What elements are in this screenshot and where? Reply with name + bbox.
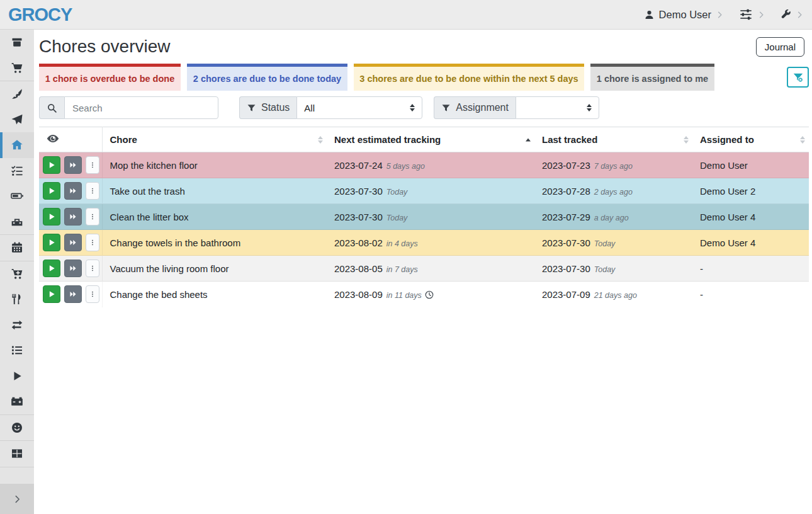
sidebar-item-smiley[interactable] [0,415,34,441]
track-chore-button[interactable] [43,234,60,251]
filter-icon [441,103,451,113]
header-last-tracked[interactable]: Last tracked [534,127,692,152]
sidebar-item-toolbox[interactable] [0,209,34,235]
chevron-right-icon [13,494,22,504]
sidebar-item-table-grid[interactable] [0,441,34,467]
last-tracked-relative: Today [594,239,616,248]
wrench-icon [781,9,791,20]
assigned-to-cell: - [692,256,809,282]
sidebar-item-boxes[interactable] [0,30,34,55]
clear-filter-button[interactable] [787,67,809,88]
skip-chore-button[interactable] [64,156,82,174]
play-icon [47,161,56,169]
sidebar-item-car-battery[interactable] [0,389,34,414]
sidebar-item-cart-plus[interactable] [0,261,34,287]
chore-row-menu-button[interactable] [86,260,99,277]
sidebar-item-tasks[interactable] [0,158,34,184]
header-next-estimated-tracking[interactable]: Next estimated tracking [327,127,534,152]
track-chore-button[interactable] [43,182,60,200]
kebab-icon [89,213,96,220]
sidebar-item-calendar[interactable] [0,235,34,261]
toolbox-icon [11,215,23,228]
paper-plane-icon [11,113,23,126]
grocy-logo: GROCY [8,4,72,25]
sort-icons [318,136,323,144]
table-row: Mop the kitchen floor2023-07-245 days ag… [39,152,809,178]
search-input[interactable] [64,96,218,119]
banner-due-today[interactable]: 2 chores are due to be done today [187,64,347,91]
chore-name-cell: Clean the litter box [102,204,327,230]
battery-icon [11,190,23,202]
row-actions-cell [39,230,102,256]
last-tracked-cell: 2023-07-237 days ago [534,152,692,178]
play-icon [47,290,56,299]
clock-icon [424,290,434,300]
assigned-to-cell: - [692,282,809,307]
track-chore-button[interactable] [43,208,60,226]
last-tracked-relative: 7 days ago [594,162,633,171]
skip-chore-button[interactable] [64,182,82,200]
assignment-filter-select[interactable] [516,96,599,119]
chore-row-menu-button[interactable] [86,182,99,200]
chore-row-menu-button[interactable] [86,234,99,251]
journal-button[interactable]: Journal [756,37,804,57]
sidebar-item-play[interactable] [0,363,34,389]
track-chore-button[interactable] [43,156,60,174]
last-tracked-date: 2023-07-30 [542,263,590,274]
row-actions-cell [39,256,102,282]
next-tracking-cell: 2023-08-05in 7 days [327,256,534,282]
sidebar-collapse-button[interactable] [0,484,34,514]
row-actions-cell [39,178,102,204]
settings-menu[interactable] [739,8,765,21]
filter-clear-icon [792,72,804,83]
next-tracking-date: 2023-07-24 [334,160,383,171]
sidebar-item-list[interactable] [0,338,34,363]
next-tracking-relative: Today [386,214,408,222]
chore-row-menu-button[interactable] [86,285,99,303]
chore-row-menu-button[interactable] [86,208,99,226]
sidebar-item-pizza[interactable] [0,81,34,107]
play-icon [47,264,56,273]
skip-chore-button[interactable] [64,260,82,277]
filter-icon [247,103,256,113]
calendar-icon [11,241,23,254]
status-filter-value: All [304,103,315,113]
fast-forward-icon [69,238,77,247]
skip-chore-button[interactable] [64,208,82,226]
status-filter-select[interactable]: All [296,96,422,119]
last-tracked-relative: Today [594,265,616,274]
sidebar-item-utensils[interactable] [0,287,34,312]
chevron-right-icon [796,11,804,19]
admin-menu[interactable] [781,9,804,20]
chore-row-menu-button[interactable] [86,156,99,174]
row-actions-cell [39,152,102,178]
last-tracked-cell: 2023-07-30Today [534,230,692,256]
header-chore[interactable]: Chore [102,127,327,152]
column-visibility-header[interactable] [39,127,102,152]
page-title: Chores overview [39,37,171,57]
sidebar-item-exchange[interactable] [0,312,34,338]
last-tracked-date: 2023-07-28 [542,186,590,197]
sort-icons [526,138,531,141]
sidebar-item-battery[interactable] [0,183,34,209]
table-row: Take out the trash2023-07-30Today2023-07… [39,178,809,204]
sidebar-item-shopping-cart[interactable] [0,55,34,81]
sidebar-item-paper-plane[interactable] [0,107,34,133]
chores-table: Chore Next estimated tracking Last track… [39,127,809,307]
skip-chore-button[interactable] [64,285,82,303]
track-chore-button[interactable] [43,285,60,303]
assigned-to-cell: Demo User 4 [692,204,809,230]
fast-forward-icon [69,212,77,221]
last-tracked-cell: 2023-07-282 days ago [534,178,692,204]
next-tracking-relative: in 11 days [386,291,422,300]
next-tracking-date: 2023-08-02 [334,237,383,248]
header-assigned-to[interactable]: Assigned to [692,127,809,152]
skip-chore-button[interactable] [64,234,82,251]
banner-overdue[interactable]: 1 chore is overdue to be done [39,64,181,91]
sidebar-item-home[interactable] [0,132,34,158]
track-chore-button[interactable] [43,260,60,277]
fast-forward-icon [69,161,77,169]
banner-assigned-me[interactable]: 1 chore is assigned to me [590,64,714,91]
user-menu[interactable]: Demo User [644,9,724,21]
banner-due-soon[interactable]: 3 chores are due to be done within the n… [354,64,584,91]
